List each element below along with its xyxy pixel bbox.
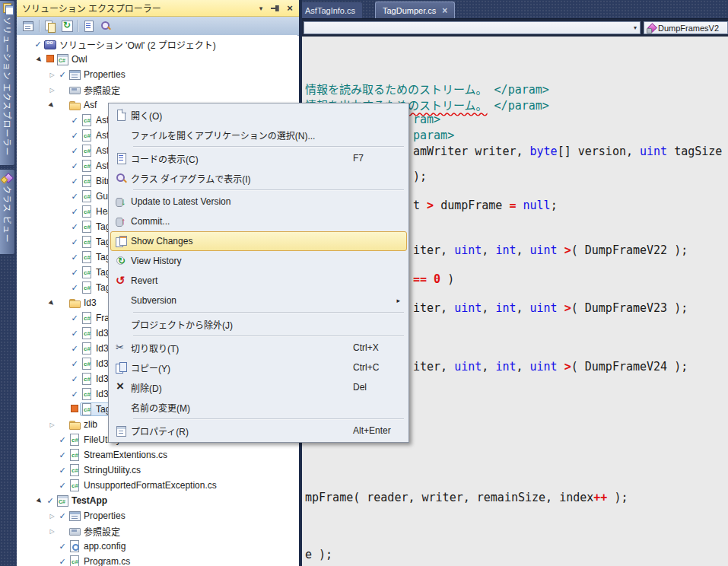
menu-item[interactable]: View History (110, 251, 407, 271)
menu-item[interactable]: プロジェクトから除外(J) (110, 314, 407, 334)
menu-item[interactable]: ファイルを開くアプリケーションの選択(N)... (110, 125, 407, 145)
show-all-files-button[interactable] (42, 18, 59, 34)
code-segment: , (516, 243, 529, 257)
code-line: 情報を読み取るためのストリーム。 </param> (305, 81, 549, 97)
code-segment: int (495, 243, 516, 257)
menu-item[interactable]: コピー(Y)Ctrl+C (110, 358, 407, 377)
expander-expanded-icon[interactable] (47, 102, 57, 109)
tree-item[interactable]: ソリューション 'Owl' (2 プロジェクト) (17, 37, 297, 52)
expander-collapsed-icon[interactable] (47, 421, 57, 428)
expander-expanded-icon[interactable] (47, 300, 57, 307)
toolbar-separator (39, 20, 40, 32)
menu-item[interactable]: コードの表示(C)F7 (110, 148, 407, 168)
menu-item-label: ファイルを開くアプリケーションの選択(N)... (131, 129, 315, 142)
tree-item[interactable]: app.config (17, 539, 297, 554)
tree-item-content: UnsupportedFormatException.cs (68, 479, 220, 492)
menu-item[interactable]: Update to Latest Version (110, 192, 407, 211)
code-segment: ); (413, 170, 427, 183)
classdiag-icon (115, 172, 127, 184)
delete-icon (115, 381, 127, 393)
code-line: t > dumpFrame = null; (413, 199, 558, 212)
menu-item[interactable]: Show Changes (110, 231, 407, 251)
types-dropdown[interactable]: ▾ (304, 21, 641, 34)
tree-item[interactable]: Properties (17, 67, 297, 82)
expander-expanded-icon[interactable] (35, 498, 45, 504)
menu-item[interactable]: プロパティ(R)Alt+Enter (110, 421, 407, 440)
autohide-tab-solution-explorer[interactable]: ソリューション エクスプローラー (0, 0, 15, 166)
tree-item[interactable]: Owl (17, 52, 297, 67)
pin-icon (271, 5, 280, 11)
tree-item[interactable]: Program.cs (17, 554, 297, 566)
code-line: ram> (413, 113, 440, 126)
menu-item-label: 削除(D) (131, 381, 162, 394)
menu-item[interactable]: クラス ダイアグラムで表示(I) (110, 168, 407, 188)
properties-button[interactable] (20, 18, 37, 34)
tree-item-label: Asf (84, 100, 97, 110)
auto-hide-pin-button[interactable] (269, 2, 281, 14)
menu-item[interactable]: 切り取り(T)Ctrl+X (110, 338, 407, 358)
vs-window: ソリューション エクスプローラー クラス ビュー ソリューション エクスプローラ… (0, 0, 728, 566)
tab-asftaginfo[interactable]: AsfTagInfo.cs (300, 2, 363, 18)
code-segment: byte (530, 145, 558, 158)
csfile-icon (81, 145, 93, 157)
menu-item[interactable]: 名前の変更(M) (110, 397, 407, 417)
code-segment: , (482, 360, 495, 374)
expander-collapsed-icon[interactable] (47, 513, 57, 520)
close-panel-button[interactable]: × (284, 2, 296, 14)
check-badge-icon (69, 252, 80, 262)
tree-item-content: StreamExtentions.cs (68, 448, 170, 462)
view-code-button[interactable] (81, 18, 97, 34)
refresh-button[interactable] (59, 18, 75, 34)
expander-collapsed-icon[interactable] (47, 528, 57, 535)
tree-item-label: 参照設定 (84, 525, 120, 538)
autohide-tab-class-view[interactable]: クラス ビュー (0, 169, 15, 255)
tree-item[interactable]: TestApp (17, 493, 297, 508)
tree-item[interactable]: Properties (17, 508, 297, 523)
code-segment: , (516, 360, 529, 374)
menu-item[interactable]: Subversion▸ (110, 291, 407, 310)
tab-close-icon[interactable]: × (442, 5, 447, 16)
menu-item-icon-slot (111, 235, 131, 247)
code-segment: , (482, 243, 495, 257)
check-badge-icon (57, 450, 68, 460)
tree-item[interactable]: 参照設定 (17, 523, 297, 539)
revert-icon (115, 275, 127, 287)
window-position-menu-button[interactable]: ▾ (255, 2, 267, 14)
check-badge-icon (57, 465, 68, 475)
tree-item[interactable]: UnsupportedFormatException.cs (17, 478, 297, 493)
menu-item[interactable]: 開く(O) (110, 105, 407, 125)
tab-tagdumper[interactable]: TagDumper.cs × (375, 2, 455, 18)
tree-item-label: UnsupportedFormatException.cs (84, 480, 217, 491)
csproj-icon (56, 53, 68, 65)
panel-toolbar (17, 17, 299, 36)
csfile-icon (68, 434, 81, 446)
code-segment: uint (640, 145, 667, 158)
expander-expanded-icon[interactable] (35, 56, 45, 63)
tree-item[interactable]: StreamExtentions.cs (17, 447, 297, 463)
tree-item[interactable]: 参照設定 (17, 82, 297, 97)
tree-item-content: StringUtility.cs (68, 463, 144, 477)
code-segment: tagSize ) (667, 145, 728, 158)
menu-item-icon-slot (111, 424, 131, 437)
menu-item-label: プロパティ(R) (131, 424, 189, 437)
check-badge-icon (69, 313, 80, 323)
properties-icon (68, 68, 81, 81)
menu-item-label: コピー(Y) (131, 361, 170, 374)
expander-collapsed-icon[interactable] (47, 72, 57, 78)
csfile-icon (81, 114, 93, 126)
code-segment: uint (454, 301, 482, 315)
properties-icon (68, 510, 81, 522)
code-segment: iter, (413, 360, 454, 374)
tree-item[interactable]: StringUtility.cs (17, 463, 297, 478)
members-dropdown[interactable]: DumpFramesV2 (644, 21, 728, 34)
code-segment: uint (530, 301, 564, 315)
autohide-tab-label: ソリューション エクスプローラー (2, 17, 14, 157)
menu-item[interactable]: Commit... (110, 211, 407, 231)
class-diagram-button[interactable] (97, 18, 114, 34)
viewcode-icon (115, 152, 127, 164)
code-segment: iter, (413, 243, 454, 257)
menu-separator (133, 189, 404, 190)
menu-item[interactable]: Revert (110, 271, 407, 291)
menu-item[interactable]: 削除(D)Del (110, 377, 407, 397)
expander-collapsed-icon[interactable] (47, 87, 57, 94)
